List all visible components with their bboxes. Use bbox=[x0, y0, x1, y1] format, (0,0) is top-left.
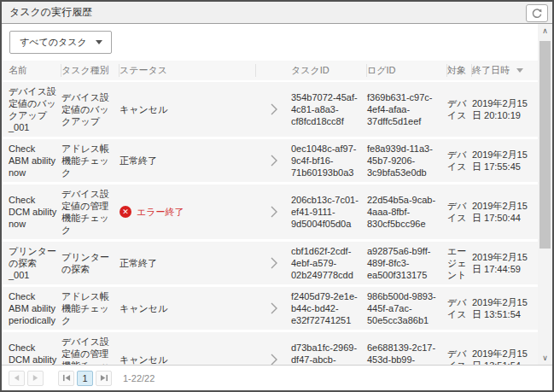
task-id-cell: 206cb13c-7c01-ef41-9111-9d5004f05d0a bbox=[291, 194, 367, 230]
table-body: デバイス設定値のバックアップ_001 デバイス設定値のバックアップ ✕ キャンセ… bbox=[2, 82, 538, 365]
first-page-button[interactable] bbox=[58, 371, 74, 386]
task-status-cell: ✕ キャンセル bbox=[120, 103, 256, 115]
task-status-cell: ✕ キャンセル bbox=[120, 302, 256, 314]
task-status-cell: ✕ 正常終了 bbox=[120, 155, 256, 167]
target-cell: デバイス bbox=[447, 97, 472, 121]
row-detail-chevron-icon[interactable] bbox=[256, 205, 291, 219]
task-status-label: 正常終了 bbox=[120, 257, 157, 269]
row-detail-chevron-icon[interactable] bbox=[256, 353, 291, 365]
header-status[interactable]: ステータス bbox=[120, 64, 256, 77]
header-target[interactable]: 対象 bbox=[447, 64, 472, 77]
header-detail bbox=[256, 64, 291, 77]
task-status-cell: ✕ エラー終了 bbox=[120, 206, 256, 218]
end-time-cell: 2019年2月15日 17:55:45 bbox=[472, 149, 531, 173]
header-name[interactable]: 名前 bbox=[2, 64, 61, 77]
target-cell: デバイス bbox=[447, 200, 472, 224]
log-id-cell: 22d54b5a-9cab-4aaa-8fbf-830cf5bcc96e bbox=[367, 194, 447, 230]
task-type-cell: プリンターの探索 bbox=[61, 251, 120, 275]
log-id-cell: 986b500d-9893-445f-a7ac-50e5cc3a86b1 bbox=[367, 290, 447, 326]
row-detail-chevron-icon[interactable] bbox=[256, 154, 291, 167]
task-status-label: キャンセル bbox=[120, 103, 167, 115]
task-id-cell: f2405d79-2e1e-b44c-bd42-e32f72741251 bbox=[291, 290, 367, 326]
error-status-icon: ✕ bbox=[120, 206, 131, 218]
end-time-cell: 2019年2月15日 13:51:54 bbox=[472, 348, 531, 365]
refresh-button[interactable] bbox=[526, 4, 548, 22]
task-type-cell: アドレス帳機能チェック bbox=[61, 290, 120, 326]
task-status-label: エラー終了 bbox=[137, 206, 184, 218]
task-id-cell: d73ba1fc-2969-df47-abcb-d07d423bb283 bbox=[291, 342, 367, 365]
task-type-cell: デバイス設定値の管理機能チェック bbox=[61, 336, 120, 365]
end-time-cell: 2019年2月15日 13:51:54 bbox=[472, 296, 531, 320]
first-page-icon bbox=[62, 374, 71, 382]
target-cell: デバイス bbox=[447, 348, 472, 365]
refresh-icon bbox=[531, 8, 543, 20]
table-row[interactable]: デバイス設定値のバックアップ_001 デバイス設定値のバックアップ ✕ キャンセ… bbox=[2, 82, 538, 137]
task-name-cell: デバイス設定値のバックアップ_001 bbox=[2, 85, 61, 133]
end-time-cell: 2019年2月15日 17:44:59 bbox=[472, 251, 531, 275]
table-row[interactable]: Check ABM ability periodically アドレス帳機能チェ… bbox=[2, 287, 538, 330]
sort-desc-icon bbox=[516, 68, 523, 73]
task-name-cell: Check ABM ability periodically bbox=[2, 290, 61, 326]
table-row[interactable]: Check ABM ability now アドレス帳機能チェック ✕ 正常終了… bbox=[2, 139, 538, 182]
task-status-label: 正常終了 bbox=[120, 155, 157, 167]
task-list-area: すべてのタスク 名前 タスク種別 ステータス タスクID ログID 対象 終了日… bbox=[2, 24, 538, 365]
end-time-cell: 2019年2月15日 20:10:19 bbox=[472, 97, 531, 121]
prev-triangle-icon bbox=[13, 374, 20, 382]
last-page-button[interactable] bbox=[96, 371, 112, 386]
current-page-button[interactable]: 1 bbox=[77, 371, 93, 386]
task-status-cell: ✕ 正常終了 bbox=[120, 257, 256, 269]
scroll-up-icon[interactable]: ∧ bbox=[538, 24, 552, 38]
scrollbar-thumb[interactable] bbox=[539, 41, 551, 249]
task-status-cell: ✕ キャンセル bbox=[120, 354, 256, 365]
end-time-cell: 2019年2月15日 17:50:44 bbox=[472, 200, 531, 224]
table-row[interactable]: Check DCM ability now デバイス設定値の管理機能チェック ✕… bbox=[2, 184, 538, 239]
target-cell: エージェント bbox=[447, 245, 472, 281]
task-id-cell: 0ec1048c-af97-9c4f-bf16-71b60193b0a3 bbox=[291, 143, 367, 178]
log-id-cell: a92875a6-b9ff-489f-8fc3-ea500f313175 bbox=[367, 245, 447, 281]
task-name-cell: Check DCM ability now bbox=[2, 194, 61, 230]
titlebar: タスクの実行履歴 bbox=[2, 2, 552, 24]
page-range-label: 1-22/22 bbox=[123, 373, 155, 383]
task-status-label: キャンセル bbox=[120, 302, 167, 314]
task-name-cell: Check DCM ability periodically bbox=[2, 342, 61, 365]
row-detail-chevron-icon[interactable] bbox=[256, 301, 291, 315]
header-task-id[interactable]: タスクID bbox=[291, 64, 367, 77]
table-row[interactable]: プリンターの探索_001 プリンターの探索 ✕ 正常終了 cbf1d62f-2c… bbox=[2, 242, 538, 284]
log-id-cell: 6e688139-2c17-453d-bb99-bbdc48b7ff5a bbox=[367, 342, 447, 365]
next-page-button[interactable] bbox=[27, 371, 44, 386]
pagination-bar: 1 1-22/22 bbox=[2, 365, 552, 390]
filter-row: すべてのタスク bbox=[2, 24, 538, 61]
header-task-type[interactable]: タスク種別 bbox=[61, 64, 120, 77]
header-log-id[interactable]: ログID bbox=[367, 64, 447, 77]
header-end-time[interactable]: 終了日時 bbox=[472, 64, 531, 77]
target-cell: デバイス bbox=[447, 149, 472, 173]
task-name-cell: Check ABM ability now bbox=[2, 143, 61, 178]
window-body: すべてのタスク 名前 タスク種別 ステータス タスクID ログID 対象 終了日… bbox=[2, 24, 552, 390]
task-id-cell: cbf1d62f-2cdf-4ebf-a579-02b249778cdd bbox=[291, 245, 367, 281]
target-cell: デバイス bbox=[447, 296, 472, 320]
row-detail-chevron-icon[interactable] bbox=[256, 256, 291, 270]
scroll-down-icon[interactable]: ∨ bbox=[538, 351, 552, 365]
log-id-cell: fe8a939d-11a3-45b7-9206-3c9bfa53e0db bbox=[367, 143, 447, 178]
vertical-scrollbar[interactable]: ∧ ∨ bbox=[538, 24, 552, 365]
last-page-icon bbox=[100, 374, 108, 382]
task-filter-value: すべてのタスク bbox=[20, 36, 87, 49]
log-id-cell: f369b631-c97c-4ef4-afaa-37dffc5d1eef bbox=[367, 91, 447, 127]
row-detail-chevron-icon[interactable] bbox=[256, 102, 291, 116]
task-filter-dropdown[interactable]: すべてのタスク bbox=[9, 31, 112, 54]
chevron-down-icon bbox=[96, 40, 102, 44]
next-triangle-icon bbox=[32, 374, 39, 382]
table-header-row: 名前 タスク種別 ステータス タスクID ログID 対象 終了日時 bbox=[2, 61, 538, 80]
page-title: タスクの実行履歴 bbox=[9, 5, 92, 20]
task-name-cell: プリンターの探索_001 bbox=[2, 245, 61, 281]
table-row[interactable]: Check DCM ability periodically デバイス設定値の管… bbox=[2, 332, 538, 365]
task-type-cell: デバイス設定値の管理機能チェック bbox=[61, 188, 120, 236]
task-id-cell: 354b7072-45af-4c81-a8a3-cf8fcd18cc8f bbox=[291, 91, 367, 127]
task-type-cell: デバイス設定値のバックアップ bbox=[61, 91, 120, 127]
task-history-window: タスクの実行履歴 すべてのタスク 名前 タスク種別 ステータス bbox=[0, 0, 554, 392]
task-status-label: キャンセル bbox=[120, 354, 167, 365]
prev-page-button[interactable] bbox=[9, 371, 25, 386]
task-type-cell: アドレス帳機能チェック bbox=[61, 143, 120, 178]
